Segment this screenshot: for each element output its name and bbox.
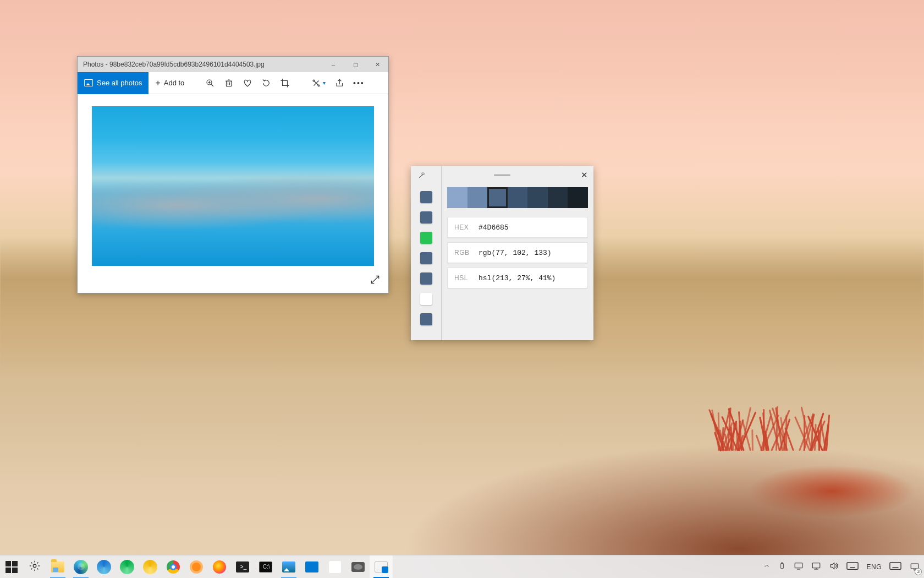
windows-logo-icon (6, 561, 18, 573)
color-history (411, 166, 441, 340)
camera-icon (351, 562, 365, 572)
taskbar: >_ C:\ ENG 3 (0, 555, 924, 578)
history-swatch[interactable] (420, 313, 432, 325)
color-value-row[interactable]: HSLhsl(213, 27%, 41%) (447, 268, 588, 288)
add-to-button[interactable]: + Add to (148, 78, 191, 88)
value-label: RGB (454, 249, 479, 257)
chrome-canary-taskbar[interactable] (185, 555, 208, 579)
edge-beta-taskbar[interactable] (92, 555, 116, 579)
soft-keyboard-icon (889, 561, 901, 572)
share-button[interactable] (331, 72, 349, 94)
delete-button[interactable] (219, 72, 238, 94)
snip-taskbar[interactable] (370, 555, 393, 579)
shade-cell[interactable] (447, 187, 468, 208)
svg-rect-4 (227, 81, 232, 86)
chrome-canary-icon (190, 560, 203, 574)
more-button[interactable]: ••• (349, 72, 368, 94)
tray-network[interactable] (807, 555, 825, 579)
maximize-button[interactable]: ◻ (344, 57, 366, 72)
color-picker-window: ✕ HEX#4D6685RGBrgb(77, 102, 133)HSLhsl(2… (411, 166, 593, 340)
snip-icon (375, 561, 388, 572)
drag-grip-icon[interactable] (494, 175, 510, 176)
value-text: #4D6685 (479, 223, 509, 232)
color-value-row[interactable]: RGBrgb(77, 102, 133) (447, 242, 588, 263)
photos-titlebar[interactable]: Photos - 98be832ceb70a99fd5cdb693b249610… (78, 57, 388, 72)
eyedropper-icon[interactable] (417, 171, 426, 182)
history-swatch[interactable] (420, 252, 432, 264)
edge-canary-taskbar[interactable] (139, 555, 162, 579)
edge-taskbar[interactable] (69, 555, 92, 579)
picker-close-button[interactable]: ✕ (581, 170, 588, 180)
zoom-button[interactable] (201, 72, 219, 94)
shade-row (447, 187, 588, 208)
svg-rect-13 (781, 563, 784, 568)
monitor-icon (794, 561, 804, 572)
folder-icon (51, 561, 64, 572)
start-button[interactable] (0, 555, 23, 579)
rotate-button[interactable] (257, 72, 276, 94)
notification-badge: 3 (915, 568, 922, 575)
chevron-up-icon (763, 562, 771, 571)
value-label: HSL (454, 274, 479, 282)
tray-volume[interactable] (825, 555, 843, 579)
chrome-taskbar[interactable] (162, 555, 185, 579)
tray-keyboard[interactable] (843, 555, 862, 579)
firefox-taskbar[interactable] (208, 555, 231, 579)
shade-cell[interactable] (568, 187, 588, 208)
minimize-button[interactable]: – (322, 57, 344, 72)
favorite-button[interactable] (238, 72, 257, 94)
shade-cell[interactable] (487, 187, 508, 208)
powertoys-icon (329, 561, 341, 573)
tray-language[interactable]: ENG (862, 555, 886, 579)
photos-window-title: Photos - 98be832ceb70a99fd5cdb693b249610… (78, 61, 322, 68)
history-swatch[interactable] (420, 293, 432, 305)
color-value-row[interactable]: HEX#4D6685 (447, 217, 588, 238)
svg-line-11 (371, 276, 378, 283)
tray-monitor[interactable] (790, 555, 807, 579)
svg-rect-15 (795, 563, 803, 568)
tray-overflow-button[interactable] (759, 555, 774, 579)
cmd-icon: C:\ (259, 561, 272, 572)
edge-dev-taskbar[interactable] (116, 555, 139, 579)
history-swatch[interactable] (420, 211, 432, 223)
file-explorer-taskbar[interactable] (46, 555, 69, 579)
picker-titlebar[interactable]: ✕ (411, 166, 593, 183)
plus-icon: + (155, 78, 160, 88)
shade-cell[interactable] (468, 187, 488, 208)
terminal-icon: >_ (236, 561, 249, 572)
tray-soft-keyboard[interactable] (886, 555, 905, 579)
powertoys-taskbar[interactable] (323, 555, 346, 579)
settings-taskbar[interactable] (23, 555, 46, 579)
photos-app-taskbar[interactable] (277, 555, 300, 579)
photo-viewport[interactable] (78, 94, 388, 293)
edit-button[interactable]: ▾ (306, 72, 331, 94)
value-label: HEX (454, 223, 479, 231)
history-swatch[interactable] (420, 191, 432, 203)
svg-rect-21 (847, 563, 858, 570)
see-all-photos-button[interactable]: See all photos (78, 72, 148, 94)
shade-cell[interactable] (508, 187, 528, 208)
action-center-button[interactable]: 3 (905, 555, 924, 579)
value-text: hsl(213, 27%, 41%) (479, 274, 556, 282)
terminal-taskbar[interactable]: >_ (231, 555, 254, 579)
shade-cell[interactable] (527, 187, 548, 208)
photos-window: Photos - 98be832ceb70a99fd5cdb693b249610… (77, 56, 389, 293)
history-swatch[interactable] (420, 232, 432, 244)
cmd-taskbar[interactable]: C:\ (254, 555, 277, 579)
svg-line-1 (212, 84, 214, 86)
camera-taskbar[interactable] (346, 555, 370, 579)
wallpaper-bush (711, 401, 832, 451)
tray-battery[interactable] (774, 555, 790, 579)
fullscreen-button[interactable] (370, 274, 381, 287)
crop-button[interactable] (276, 72, 294, 94)
add-to-label: Add to (164, 79, 185, 87)
shade-cell[interactable] (548, 187, 568, 208)
svg-rect-14 (782, 563, 783, 563)
close-button[interactable]: ✕ (366, 57, 388, 72)
svg-marker-20 (831, 563, 834, 569)
value-text: rgb(77, 102, 133) (479, 249, 552, 257)
history-swatch[interactable] (420, 272, 432, 285)
photo-image (92, 106, 374, 266)
desktop-taskbar[interactable] (300, 555, 323, 579)
svg-point-12 (33, 564, 36, 568)
